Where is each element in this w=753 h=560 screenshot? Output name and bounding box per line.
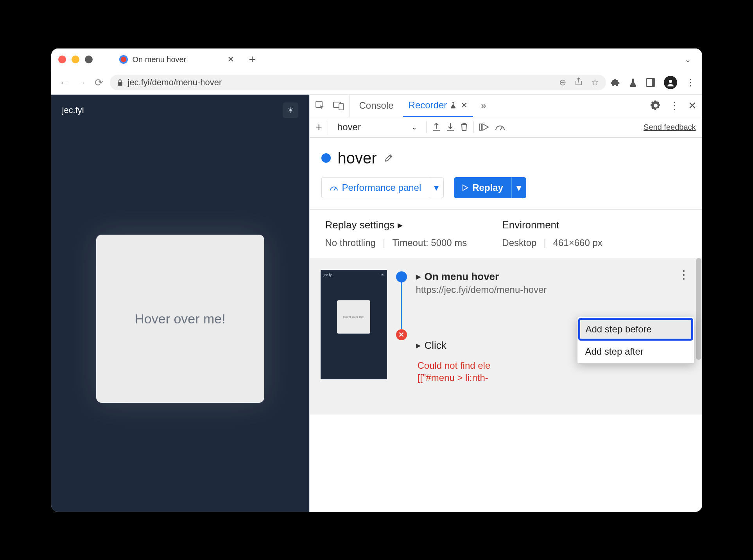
step-info: ▶ On menu hover https://jec.fyi/demo/men… — [416, 270, 691, 384]
error-icon: ✕ — [396, 329, 407, 340]
replay-dropdown[interactable]: ▾ — [511, 177, 526, 198]
settings-icon[interactable] — [651, 101, 661, 111]
divider: | — [543, 237, 546, 248]
svg-rect-5 — [339, 104, 344, 110]
reload-button[interactable]: ⟳ — [93, 77, 105, 89]
devtools-menu-icon[interactable]: ⋮ — [669, 100, 679, 112]
tabs-overflow-icon[interactable]: ⌄ — [685, 55, 695, 64]
share-icon[interactable] — [575, 77, 583, 88]
thumb-site: jec.fyi — [324, 273, 333, 277]
thumb-card: Hover over me! — [337, 300, 370, 334]
import-icon[interactable] — [446, 122, 455, 132]
close-window-icon[interactable] — [58, 56, 66, 63]
replay-settings-heading[interactable]: Replay settings ▸ — [325, 219, 467, 231]
tab-console[interactable]: Console — [354, 95, 399, 117]
svg-rect-6 — [480, 124, 481, 130]
browser-toolbar-icons: ⋮ — [611, 76, 695, 89]
step-1-title-row[interactable]: ▶ On menu hover — [416, 271, 676, 283]
extensions-icon[interactable] — [611, 78, 620, 87]
close-tab-icon[interactable]: ✕ — [461, 101, 468, 110]
forward-button[interactable]: → — [75, 77, 88, 89]
device-toggle-icon[interactable] — [333, 101, 344, 110]
replay-settings-values: No throttling | Timeout: 5000 ms — [325, 237, 467, 248]
environment-label: Environment — [502, 219, 559, 231]
replay-settings-col: Replay settings ▸ No throttling | Timeou… — [325, 219, 467, 248]
new-recording-button[interactable]: + — [316, 121, 322, 133]
replay-button-group: Replay ▾ — [454, 177, 526, 198]
tab-recorder[interactable]: Recorder ✕ — [403, 95, 473, 117]
slow-icon[interactable] — [495, 123, 505, 131]
flask-icon — [450, 102, 456, 109]
delete-icon[interactable] — [460, 122, 468, 132]
site-name: jec.fyi — [62, 105, 84, 115]
step-thumbnail: jec.fyi ☀ Hover over me! — [321, 270, 387, 379]
close-devtools-icon[interactable]: ✕ — [688, 100, 697, 112]
close-tab-icon[interactable]: ✕ — [227, 54, 234, 65]
browser-window: On menu hover ✕ + ⌄ ← → ⟳ jec.fyi/demo/m… — [51, 48, 702, 512]
edit-name-icon[interactable] — [384, 153, 393, 163]
chevron-down-icon: ⌄ — [412, 124, 417, 131]
chevron-right-icon: ▸ — [398, 219, 403, 231]
recorder-body: hover Performance panel ▾ — [310, 138, 702, 512]
tab-title: On menu hover — [133, 55, 186, 64]
thumb-card-text: Hover over me! — [343, 315, 364, 319]
browser-menu-icon[interactable]: ⋮ — [686, 77, 695, 88]
error-line-1: Could not find ele — [418, 360, 491, 371]
recording-select-value: hover — [337, 122, 361, 133]
step-icon[interactable] — [479, 123, 489, 131]
menu-add-step-before[interactable]: Add step before — [578, 318, 693, 341]
more-tabs-icon[interactable]: » — [477, 100, 486, 111]
labs-icon[interactable] — [629, 78, 637, 87]
devtools-panel: Console Recorder ✕ » ⋮ ✕ — [309, 95, 702, 512]
recorder-toolbar: + hover ⌄ — [310, 117, 702, 138]
step-context-menu: Add step before Add step after — [577, 317, 694, 364]
recording-status-dot — [321, 153, 331, 163]
performance-dropdown[interactable]: ▾ — [429, 177, 444, 198]
divider — [328, 121, 328, 133]
action-buttons: Performance panel ▾ Replay ▾ — [310, 177, 702, 209]
step-1-menu-icon[interactable]: ⋮ — [676, 271, 691, 278]
environment-values: Desktop | 461×660 px — [502, 237, 602, 248]
performance-panel-button[interactable]: Performance panel — [321, 177, 430, 198]
step-2-title: Click — [425, 339, 446, 352]
zoom-icon[interactable]: ⊖ — [559, 77, 566, 88]
dimensions-value: 461×660 px — [553, 237, 602, 248]
theme-toggle-button[interactable]: ☀ — [283, 102, 298, 118]
timeline-dot — [396, 271, 407, 282]
star-icon[interactable]: ☆ — [591, 77, 599, 88]
card-text: Hover over me! — [134, 311, 225, 327]
page-body: Hover over me! — [51, 126, 309, 512]
tab-strip: On menu hover ✕ + ⌄ — [51, 48, 702, 71]
browser-tab[interactable]: On menu hover ✕ — [112, 51, 241, 68]
url-bar[interactable]: jec.fyi/demo/menu-hover ⊖ ☆ — [110, 75, 606, 90]
minimize-window-icon[interactable] — [72, 56, 79, 63]
tab-recorder-label: Recorder — [409, 100, 447, 111]
hover-card[interactable]: Hover over me! — [96, 235, 264, 403]
maximize-window-icon[interactable] — [85, 56, 93, 63]
send-feedback-link[interactable]: Send feedback — [644, 123, 696, 132]
recording-select[interactable]: hover ⌄ — [333, 122, 421, 133]
lock-icon — [117, 79, 123, 86]
new-tab-button[interactable]: + — [241, 53, 264, 66]
export-icon[interactable] — [432, 122, 441, 132]
performance-button-group: Performance panel ▾ — [321, 177, 444, 198]
back-button[interactable]: ← — [58, 77, 71, 89]
divider — [426, 121, 427, 133]
settings-bar: Replay settings ▸ No throttling | Timeou… — [310, 209, 702, 258]
gauge-icon — [330, 184, 338, 191]
svg-point-2 — [669, 80, 672, 83]
url-text: jec.fyi/demo/menu-hover — [128, 77, 222, 88]
menu-add-after-label: Add step after — [585, 346, 644, 357]
content-area: jec.fyi ☀ Hover over me! — [51, 95, 702, 512]
divider — [473, 121, 474, 133]
step-1-title: On menu hover — [425, 271, 499, 283]
menu-add-before-label: Add step before — [586, 324, 652, 334]
inspect-icon[interactable] — [315, 101, 325, 111]
menu-add-step-after[interactable]: Add step after — [578, 341, 693, 363]
profile-avatar[interactable] — [664, 76, 677, 89]
environment-heading: Environment — [502, 219, 602, 231]
replay-button[interactable]: Replay — [454, 177, 511, 198]
sidepanel-icon[interactable] — [646, 78, 655, 87]
url-actions: ⊖ ☆ — [559, 77, 599, 88]
page-header: jec.fyi ☀ — [51, 95, 309, 126]
